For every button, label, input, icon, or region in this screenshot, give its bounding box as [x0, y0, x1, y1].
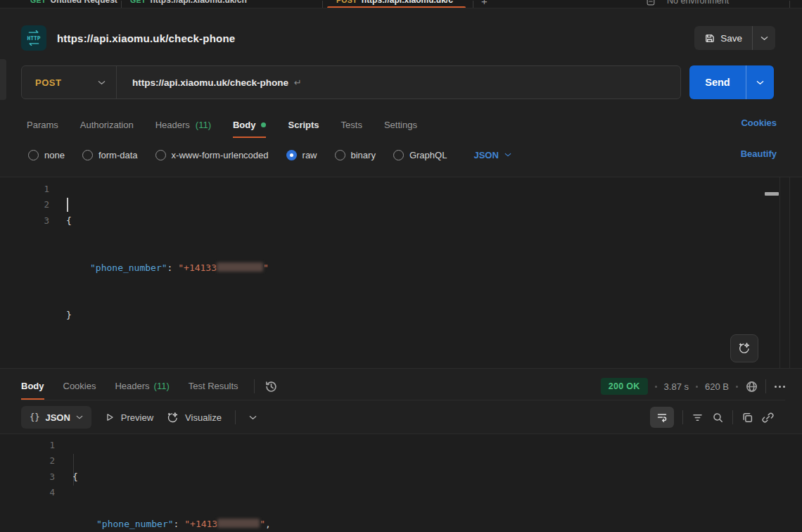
line-number: 2 — [0, 453, 55, 469]
radio-icon[interactable] — [155, 150, 166, 160]
language-select[interactable]: JSON — [473, 150, 511, 160]
response-size[interactable]: 620 B — [705, 381, 729, 392]
url-value: https://api.xiaomu.uk/check-phone — [132, 77, 288, 88]
new-tab-button[interactable]: + — [481, 0, 488, 7]
copy-icon — [741, 412, 753, 424]
mode-raw[interactable]: raw — [286, 150, 317, 160]
request-title-row: HTTP https://api.xiaomu.uk/check-phone S… — [21, 23, 775, 53]
comma-token: , — [265, 519, 271, 529]
word-wrap-button[interactable] — [650, 407, 674, 428]
mode-label: raw — [303, 150, 317, 160]
response-tab-test-results[interactable]: Test Results — [189, 373, 238, 400]
tab-label: Headers — [115, 381, 149, 391]
request-tab-2[interactable]: GEThttps://api.xiaomu.uk/ch — [130, 0, 247, 5]
radio-icon[interactable] — [335, 150, 345, 160]
cookies-link[interactable]: Cookies — [741, 118, 777, 128]
send-options-button[interactable] — [746, 65, 774, 99]
code-line: } — [66, 308, 269, 323]
postbot-ai-button[interactable] — [730, 334, 758, 362]
preview-button[interactable]: Preview — [105, 412, 153, 423]
tab-label: Headers — [155, 120, 190, 130]
environment-selector[interactable]: No environment — [667, 0, 729, 6]
tab-authorization[interactable]: Authorization — [80, 111, 134, 138]
mode-x-www-form-urlencoded[interactable]: x-www-form-urlencoded — [155, 150, 269, 160]
tab-body[interactable]: Body — [233, 111, 267, 138]
beautify-link[interactable]: Beautify — [741, 148, 777, 159]
response-toolbar-icons — [650, 407, 774, 428]
text-cursor — [67, 198, 68, 212]
request-tab-active[interactable]: POSThttps://api.xiaomu.uk/c — [336, 0, 453, 5]
mode-form-data[interactable]: form-data — [82, 150, 138, 160]
status-badge[interactable]: 200 OK — [601, 378, 648, 395]
key-token: "phone_number" — [96, 519, 174, 529]
response-time[interactable]: 3.87 s — [664, 381, 689, 392]
divider — [235, 410, 236, 424]
sparkle-icon — [167, 412, 179, 424]
save-options-button[interactable] — [753, 26, 775, 50]
search-button[interactable] — [712, 412, 724, 424]
filter-button[interactable] — [692, 412, 704, 424]
save-button[interactable]: Save — [694, 26, 752, 50]
tab-label: Body — [21, 381, 44, 391]
request-title: https://api.xiaomu.uk/check-phone — [57, 32, 235, 44]
tab-label: Cookies — [63, 381, 96, 391]
response-tab-body[interactable]: Body — [21, 373, 44, 400]
dot-separator — [696, 386, 698, 388]
mode-label: none — [44, 150, 65, 160]
request-body-editor[interactable]: 1 2 3 { "phone_number": "+14133" } — [0, 177, 802, 369]
code-line: { — [66, 213, 269, 229]
chevron-down-icon — [760, 36, 768, 41]
radio-icon[interactable] — [28, 150, 39, 160]
response-tab-cookies[interactable]: Cookies — [63, 373, 96, 400]
mode-label: x-www-form-urlencoded — [172, 150, 269, 160]
tab-params[interactable]: Params — [27, 111, 58, 138]
tab-headers[interactable]: Headers(11) — [155, 111, 211, 138]
link-button[interactable] — [762, 412, 774, 424]
copy-button[interactable] — [741, 412, 753, 424]
view-options-button[interactable] — [249, 415, 257, 420]
more-actions-button[interactable] — [775, 386, 785, 388]
visualize-button[interactable]: Visualize — [167, 412, 222, 424]
tab-tests[interactable]: Tests — [341, 111, 362, 138]
save-label: Save — [720, 33, 742, 44]
mode-none[interactable]: none — [28, 150, 65, 160]
request-tab-1[interactable]: GETUntitled Request — [30, 0, 117, 5]
string-token: "+1413 — [184, 519, 217, 529]
tab-label: Tests — [341, 120, 362, 130]
divider — [682, 410, 683, 424]
radio-icon[interactable] — [82, 150, 93, 160]
tab-settings[interactable]: Settings — [384, 111, 417, 138]
response-body-code[interactable]: { "phone_number": "+1413", "status": "可用… — [72, 438, 271, 532]
method-select[interactable]: POST — [22, 66, 116, 99]
mode-binary[interactable]: binary — [335, 150, 376, 160]
response-body-editor[interactable]: 1 2 3 4 { "phone_number": "+1413", "stat… — [0, 433, 802, 532]
tab-method-badge: POST — [336, 0, 357, 4]
chevron-down-icon — [249, 415, 257, 420]
response-header: Body Cookies Headers(11) Test Results 20… — [21, 373, 785, 400]
chevron-down-icon — [76, 415, 83, 419]
dot-separator — [736, 386, 738, 388]
response-history-button[interactable] — [265, 380, 278, 393]
url-input[interactable]: https://api.xiaomu.uk/check-phone ↵ — [117, 66, 302, 99]
response-tab-headers[interactable]: Headers(11) — [115, 373, 169, 400]
save-icon — [704, 33, 715, 44]
radio-selected-icon[interactable] — [286, 150, 297, 160]
editor-edge-line — [789, 177, 790, 368]
tab-label: Body — [233, 120, 256, 130]
line-number: 3 — [0, 469, 55, 485]
send-button[interactable]: Send — [689, 65, 746, 99]
response-format-select[interactable]: {} JSON — [21, 406, 91, 429]
network-info-button[interactable] — [745, 380, 758, 393]
response-toolbar: {} JSON Preview Visualize — [21, 405, 774, 429]
request-tab-strip: GETUntitled Request GEThttps://api.xiaom… — [0, 0, 802, 8]
string-token: "+14133 — [178, 262, 217, 273]
divider — [254, 379, 255, 393]
chevron-down-icon — [98, 80, 106, 85]
sidebar-edge — [0, 59, 6, 100]
mode-graphql[interactable]: GraphQL — [393, 150, 447, 160]
tab-scripts[interactable]: Scripts — [288, 111, 319, 138]
radio-icon[interactable] — [393, 150, 404, 160]
line-number: 3 — [0, 213, 49, 229]
request-body-code[interactable]: { "phone_number": "+14133" } — [66, 182, 269, 355]
chevron-down-icon — [756, 80, 764, 85]
